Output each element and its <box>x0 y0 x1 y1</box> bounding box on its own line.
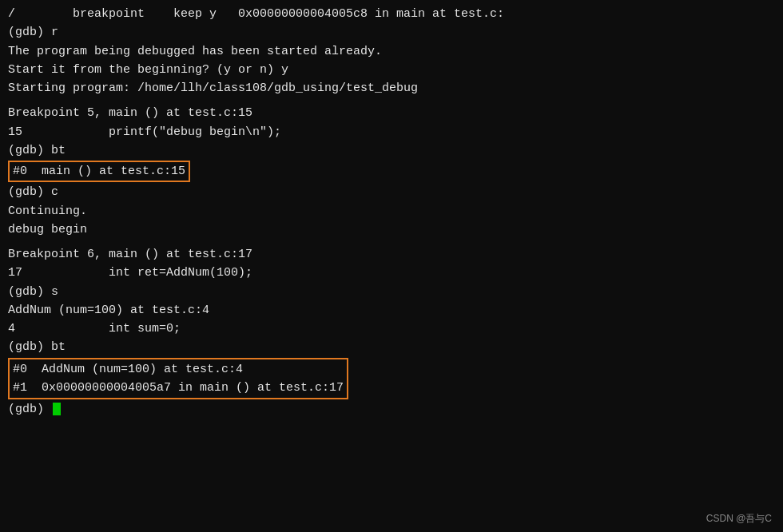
line-12: debug begin <box>8 220 775 239</box>
line-2: (gdb) r <box>8 23 775 42</box>
line-7: 15 printf("debug begin\n"); <box>8 123 775 141</box>
cursor-block <box>53 403 61 415</box>
line-16: AddNum (num=100) at test.c:4 <box>8 301 775 320</box>
terminal: / breakpoint keep y 0x00000000004005c8 i… <box>0 0 783 532</box>
line-13: Breakpoint 6, main () at test.c:17 <box>8 245 775 264</box>
line-11: Continuing. <box>8 202 775 220</box>
line-20-highlighted: #1 0x00000000004005a7 in main () at test… <box>13 379 344 397</box>
line-10-gdb: (gdb) c <box>8 183 775 201</box>
line-18-gdb: (gdb) bt <box>8 338 775 356</box>
line-15-gdb: (gdb) s <box>8 283 775 301</box>
spacer-2 <box>8 239 775 245</box>
spacer-1 <box>8 97 775 104</box>
watermark: CSDN @吾与C <box>706 512 772 526</box>
line-21-gdb-cursor: (gdb) <box>8 400 775 419</box>
line-14: 17 int ret=AddNum(100); <box>8 264 775 282</box>
line-19-highlighted: #0 AddNum (num=100) at test.c:4 <box>13 360 344 379</box>
highlight-box-1: #0 main () at test.c:15 <box>8 161 190 182</box>
line-4: Start it from the beginning? (y or n) y <box>8 61 775 79</box>
highlight-box-2: #0 AddNum (num=100) at test.c:4 #1 0x000… <box>8 358 348 400</box>
line-5: Starting program: /home/llh/class108/gdb… <box>8 79 775 97</box>
line-9-highlighted: #0 main () at test.c:15 <box>13 165 185 178</box>
line-6: Breakpoint 5, main () at test.c:15 <box>8 104 775 122</box>
line-3: The program being debugged has been star… <box>8 42 775 61</box>
line-17: 4 int sum=0; <box>8 320 775 338</box>
line-1: / breakpoint keep y 0x00000000004005c8 i… <box>8 5 775 23</box>
line-8-gdb: (gdb) bt <box>8 141 775 160</box>
